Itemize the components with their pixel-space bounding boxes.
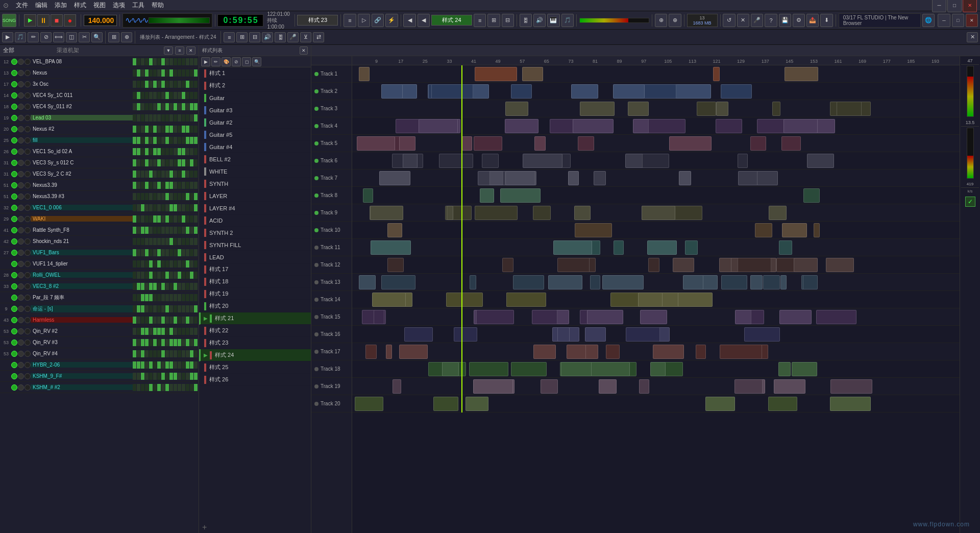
ch-pad[interactable] (153, 227, 157, 234)
cr-menu-btn[interactable]: ≡ (175, 46, 184, 55)
ch-btn-mute[interactable] (18, 340, 24, 346)
track-row[interactable] (352, 395, 960, 413)
ch-btn-green[interactable] (11, 317, 17, 323)
ch-pad[interactable] (157, 126, 161, 133)
ch-pad[interactable] (153, 249, 157, 256)
minimize-button[interactable]: ─ (932, 0, 946, 12)
track-block[interactable] (511, 362, 547, 376)
ch-pad[interactable] (182, 317, 185, 324)
ch-pad[interactable] (182, 294, 185, 301)
ch-pad[interactable] (161, 137, 165, 144)
ch-pad[interactable] (141, 148, 144, 155)
ch-pad[interactable] (161, 58, 165, 65)
ch-pad[interactable] (178, 227, 181, 234)
track-block[interactable] (505, 119, 538, 133)
ch-pad[interactable] (157, 227, 161, 234)
ch-pad[interactable] (141, 384, 144, 391)
ch-pad[interactable] (153, 81, 157, 88)
ch-btn-green[interactable] (11, 104, 17, 110)
ch-btn-solo[interactable] (24, 149, 31, 155)
track-block[interactable] (638, 293, 663, 307)
ch-pad[interactable] (182, 148, 185, 155)
ch-btn-mute[interactable] (18, 126, 24, 132)
channel-row[interactable]: 28 Rolli_OWEL (0, 270, 199, 281)
ch-pad[interactable] (133, 260, 136, 268)
track-block[interactable] (735, 310, 752, 324)
t2-btn14[interactable]: 🎤 (287, 32, 299, 42)
ch-pad[interactable] (133, 361, 136, 369)
ch-pad[interactable] (145, 227, 149, 234)
ch-pad[interactable] (186, 103, 189, 110)
ch-pad[interactable] (157, 159, 161, 166)
ch-pad[interactable] (165, 58, 169, 65)
track-row[interactable] (352, 274, 960, 291)
ch-pad[interactable] (137, 283, 140, 290)
ch-btn-solo[interactable] (24, 373, 31, 379)
ch-pad[interactable] (194, 58, 198, 65)
track-block[interactable] (475, 67, 517, 81)
ch-pad[interactable] (186, 193, 189, 200)
ch-pad[interactable] (157, 283, 161, 290)
pl-erase-btn[interactable]: ⊘ (232, 57, 241, 66)
ch-pad[interactable] (133, 204, 136, 211)
t2-btn15[interactable]: ⊻ (300, 32, 311, 42)
ch-pad[interactable] (190, 204, 193, 211)
track-block[interactable] (480, 188, 494, 203)
mixer-btn1[interactable]: ≡ (344, 14, 356, 27)
ch-pad[interactable] (169, 182, 173, 189)
ch-pad[interactable] (141, 81, 144, 88)
ch-pad[interactable] (149, 81, 153, 88)
ch-pad[interactable] (161, 114, 165, 122)
channel-row[interactable]: 51 Nexus3.39 (0, 180, 199, 191)
track-block[interactable] (365, 345, 376, 359)
track-block[interactable] (532, 310, 557, 324)
bpm-display[interactable]: 140.000 (84, 15, 117, 26)
ch-btn-mute[interactable] (18, 373, 24, 379)
track-block[interactable] (602, 275, 644, 289)
ch-pad[interactable] (174, 373, 177, 380)
track-block[interactable] (647, 240, 677, 255)
ch-pad[interactable] (165, 114, 169, 122)
ch-pad[interactable] (133, 215, 136, 223)
ch-pad[interactable] (153, 171, 157, 178)
ch-pad[interactable] (153, 373, 157, 380)
pattern-item[interactable]: ▶ 样式 21 (199, 312, 311, 325)
track-block[interactable] (533, 345, 556, 359)
track-row[interactable] (352, 187, 960, 204)
ch-pad[interactable] (169, 103, 173, 110)
ch-pad[interactable] (149, 159, 153, 166)
track-block[interactable] (580, 102, 615, 116)
track-row[interactable] (352, 378, 960, 395)
track-block[interactable] (768, 397, 798, 411)
channel-row[interactable]: HYBR_2-06 (0, 359, 199, 371)
ch-pad[interactable] (149, 137, 153, 144)
track-block[interactable] (648, 119, 685, 133)
ch-btn-solo[interactable] (24, 250, 31, 256)
ch-pad[interactable] (182, 272, 185, 279)
ch-pad[interactable] (190, 305, 193, 312)
pattern-item[interactable]: ▶ 样式 24 (199, 349, 311, 361)
ch-pad[interactable] (153, 204, 157, 211)
ch-btn-solo[interactable] (24, 272, 31, 278)
ch-pad[interactable] (149, 294, 153, 301)
ch-pad[interactable] (186, 81, 189, 88)
ch-pad[interactable] (145, 148, 149, 155)
ch-btn-green[interactable] (11, 182, 17, 188)
ch-btn-solo[interactable] (24, 137, 31, 143)
ch-pad[interactable] (137, 103, 140, 110)
ch-btn-mute[interactable] (18, 193, 24, 200)
ch-pad[interactable] (165, 103, 169, 110)
ch-btn-mute[interactable] (18, 137, 24, 143)
t2-btn16[interactable]: ⇄ (313, 32, 324, 42)
ch-pad[interactable] (194, 182, 198, 189)
ch-pad[interactable] (190, 294, 193, 301)
track-block[interactable] (363, 188, 373, 203)
ch-pad[interactable] (133, 317, 136, 324)
ch-pad[interactable] (157, 182, 161, 189)
ch-pad[interactable] (182, 159, 185, 166)
knob-btn1[interactable]: ⊕ (655, 14, 667, 27)
ch-pad[interactable] (174, 148, 177, 155)
ch-pad[interactable] (133, 328, 136, 335)
ch-pad[interactable] (194, 69, 198, 77)
ch-pad[interactable] (186, 148, 189, 155)
